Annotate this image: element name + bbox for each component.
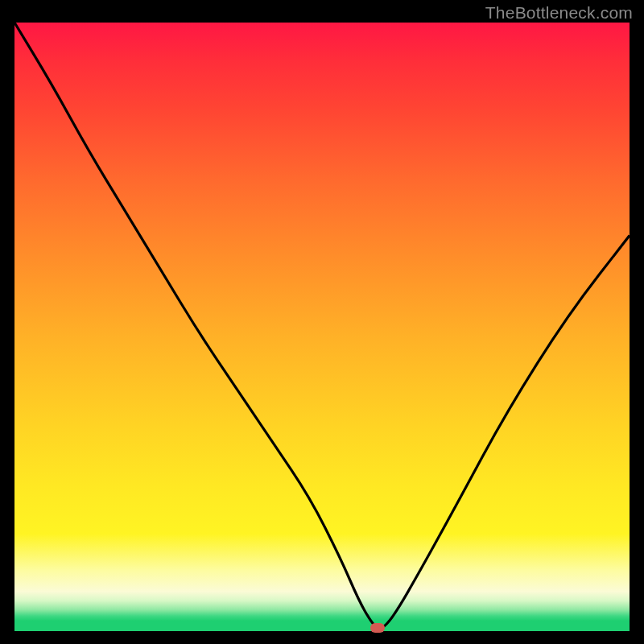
- curve-path: [14, 23, 630, 628]
- plot-area: [14, 23, 630, 631]
- min-marker: [370, 623, 385, 633]
- chart-frame: TheBottleneck.com: [0, 0, 644, 644]
- watermark-label: TheBottleneck.com: [485, 3, 633, 23]
- bottleneck-curve: [14, 23, 630, 631]
